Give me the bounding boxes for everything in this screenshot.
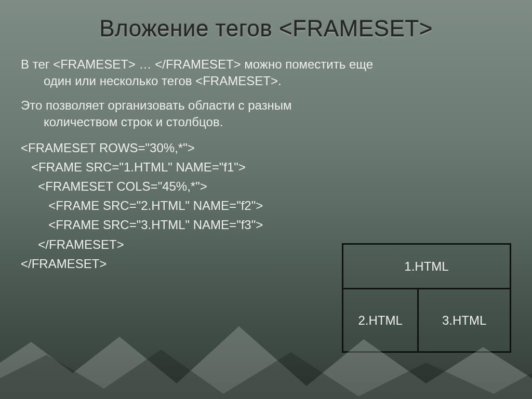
code-line-3: <FRAMESET COLS="45%,*"> [21, 177, 511, 196]
frameset-diagram: 1.HTML 2.HTML 3.HTML [342, 243, 511, 353]
diagram-cell-3: 3.HTML [418, 289, 511, 352]
svg-marker-1 [0, 350, 532, 399]
para2-line2: количеством строк и столбцов. [21, 114, 511, 130]
paragraph-1: В тег <FRAMESET> … </FRAMESET> можно пом… [21, 56, 511, 90]
para1-line1: В тег <FRAMESET> … </FRAMESET> можно пом… [21, 57, 373, 71]
diagram-cell-2: 2.HTML [343, 289, 418, 352]
code-line-5: <FRAME SRC="3.HTML" NAME="f3"> [21, 215, 511, 234]
code-line-1: <FRAMESET ROWS="30%,*"> [21, 138, 511, 157]
paragraph-2: Это позволяет организовать области с раз… [21, 97, 511, 131]
para2-line1: Это позволяет организовать области с раз… [21, 98, 292, 112]
code-line-4: <FRAME SRC="2.HTML" NAME="f2"> [21, 196, 511, 215]
slide-content: В тег <FRAMESET> … </FRAMESET> можно пом… [0, 56, 532, 273]
code-line-2: <FRAME SRC="1.HTML" NAME="f1"> [21, 157, 511, 177]
para1-line2: один или несколько тегов <FRAMESET>. [21, 73, 511, 89]
slide-title: Вложение тегов <FRAMESET> [0, 0, 532, 56]
diagram-cell-1: 1.HTML [343, 244, 511, 289]
